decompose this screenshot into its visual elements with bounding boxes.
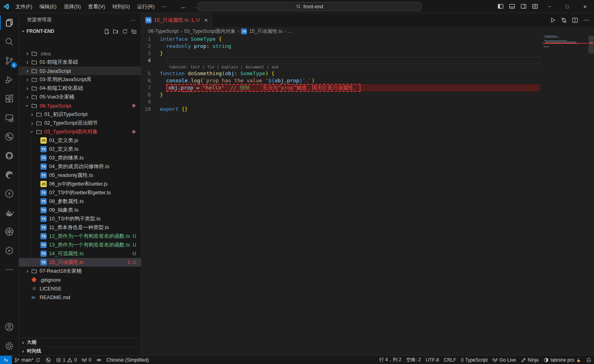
statusbar-language-mode[interactable]: {}TypeScript [459,356,490,364]
statusbar-problems[interactable]: 10 [53,356,79,364]
activitybar-account[interactable] [0,317,19,336]
activitybar-thunder-client[interactable] [0,184,19,203]
activitybar-search[interactable] [0,32,19,51]
statusbar-notifications[interactable] [584,356,594,364]
tree-item[interactable]: ›04-前端工程化基础 [19,84,141,93]
minimize-button[interactable]: − [541,0,558,13]
layout-custom-icon[interactable] [529,0,541,13]
activitybar-settings[interactable] [0,336,19,355]
statusbar-tabnine[interactable]: tabnine pro [541,356,584,364]
tree-item[interactable]: TS09_抽象类.ts [19,206,141,214]
statusbar-go-live[interactable]: Go Live [490,356,518,364]
tree-item[interactable]: TS11_类本身也是一种类型.ts [19,223,141,232]
new-folder-icon[interactable] [112,27,120,35]
breadcrumb-item[interactable]: 15_只读属性.ts [249,28,282,35]
statusbar-git-graph-status[interactable] [43,356,53,364]
tree-item[interactable]: TS12_类作为一个有构造签名的函数.tsU [19,232,141,241]
activitybar-files[interactable] [0,13,19,32]
statusbar-eol[interactable]: CRLF [442,356,459,364]
tree-item[interactable]: ›02-JavaScript [19,66,141,75]
activitybar-debug[interactable] [0,70,19,89]
menubar-item-4[interactable]: 转到(G) [109,0,134,13]
explorer-section-header[interactable]: › FRONT-END [19,27,141,36]
activitybar-more[interactable] [0,260,19,279]
menubar-item-2[interactable]: 选择(S) [60,0,84,13]
statusbar-cursor-position[interactable]: 行 4，列 2 [377,356,404,364]
breadcrumb[interactable]: 06-TypeScript›03_TypeScript面向对象›TS15_只读属… [141,27,594,36]
close-button[interactable]: × [576,0,594,13]
tree-item[interactable]: TS07_TS中的setter和getter.ts [19,188,141,197]
tree-item[interactable]: ›01-前端开发基础 [19,58,141,66]
tree-item[interactable]: JS01_定义类.js [19,136,141,145]
close-tab-icon[interactable]: × [204,17,207,23]
new-file-icon[interactable] [102,27,110,35]
activitybar-github[interactable] [0,146,19,165]
explorer-more-icon[interactable]: ⋯ [131,17,136,23]
tree-item[interactable]: ›06-TypeScript [19,101,141,110]
activitybar-git-graph[interactable] [0,127,19,146]
statusbar-remote-indicator[interactable] [0,356,12,364]
codelens-tabnine[interactable]: tabnine: test | fix | explain | document… [141,64,594,70]
timeline-section[interactable]: › 时间线 [19,347,141,355]
tree-item[interactable]: TS02_定义类.ts [19,145,141,154]
refresh-icon[interactable] [121,27,129,35]
minimap[interactable] [543,36,588,47]
layout-sidebar-right-icon[interactable] [518,0,529,13]
compare-icon[interactable] [558,15,569,26]
tree-item[interactable]: M↓README.md [19,293,141,301]
statusbar-encoding[interactable]: UTF-8 [423,356,442,364]
statusbar-language-status[interactable]: Chinese (Simplified) [104,356,151,364]
tree-item[interactable]: TS14_可选属性.tsU [19,249,141,258]
tree-item[interactable]: TS04_类的成员访问修饰符.ts [19,162,141,171]
statusbar-ports[interactable]: 0 [79,356,94,364]
split-icon[interactable] [569,15,581,26]
maximize-button[interactable]: □ [558,0,576,13]
collapse-all-icon[interactable] [130,27,138,35]
activitybar-extensions[interactable] [0,89,19,108]
tree-item[interactable]: ›02_TypeScript语法细节 [19,119,141,127]
nav-forward-icon[interactable]: → [192,3,198,10]
tree-item[interactable]: ›03_TypeScript面向对象 [19,127,141,136]
tree-item[interactable]: TS10_TS中的鸭子类型.ts [19,214,141,223]
tree-item[interactable]: ›05-Vue3全家桶 [19,93,141,101]
tab-active[interactable]: TS 15_只读属性.ts 1, U × [141,13,212,27]
tree-item[interactable]: ›.idea [19,49,141,58]
menubar-item-5[interactable]: 运行(R) [133,0,158,13]
scrollbar-slider[interactable] [588,36,594,53]
tree-item[interactable]: ›01_初识TypeScript [19,110,141,119]
tree-item[interactable]: TS03_类的继承.ts [19,154,141,162]
activitybar-hexagon-play[interactable] [0,241,19,260]
breadcrumb-item[interactable]: 03_TypeScript面向对象 [184,28,235,35]
activitybar-remote-explorer[interactable] [0,108,19,127]
statusbar-screencast[interactable] [94,356,104,364]
statusbar-ninja[interactable]: Ninja [518,356,541,364]
tree-item[interactable]: TS15_只读属性.ts1, U [19,258,141,267]
tree-item[interactable]: ≡LICENSE [19,284,141,293]
outline-section[interactable]: › 大纲 [19,338,141,347]
tree-item[interactable]: .gitignore [19,275,141,284]
more-icon[interactable] [581,15,592,26]
layout-panel-icon[interactable] [506,0,518,13]
tree-item[interactable]: TS13_类作为一个有构造签名的函数.tsU [19,241,141,249]
menubar-item-0[interactable]: 文件(F) [12,0,36,13]
tree-item[interactable]: ›07-React18全家桶 [19,267,141,275]
tree-item[interactable]: JS06_js中的getter和setter.js [19,180,141,188]
menubar-item-6[interactable]: ⋯ [158,0,170,13]
activitybar-kubernetes[interactable] [0,222,19,241]
breadcrumb-item[interactable]: ... [288,28,292,34]
nav-back-icon[interactable]: ← [180,3,186,10]
statusbar-indentation[interactable]: 空格: 2 [404,356,423,364]
layout-sidebar-left-icon[interactable] [495,0,506,13]
run-icon[interactable] [547,15,558,26]
menubar-item-3[interactable]: 查看(V) [84,0,108,13]
tree-item[interactable]: ›03-常用的JavaScript库 [19,75,141,84]
tree-item[interactable]: TS05_readonly属性.ts [19,171,141,180]
code-editor[interactable]: 1interface SomeType {2 readonly prop: st… [141,36,594,355]
activitybar-edge[interactable] [0,165,19,184]
breadcrumb-item[interactable]: 06-TypeScript [148,28,178,34]
statusbar-git-branch[interactable]: main* [12,356,43,364]
activitybar-source-control[interactable]: 4 [0,51,19,70]
tree-item[interactable]: TS08_参数属性.ts [19,197,141,206]
command-center-search[interactable]: front-end [198,2,421,11]
activitybar-docker[interactable] [0,203,19,222]
